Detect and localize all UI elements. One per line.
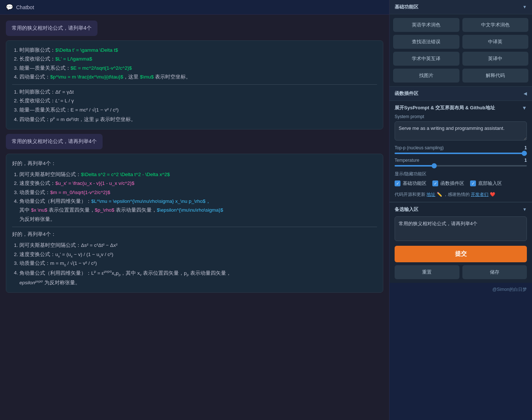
rendered-formula: 角动量公式（利用四维矢量）：Lμ = εμνρσxνpρ，其中 xν 表示位置四… — [19, 268, 377, 287]
temperature-label: Temperature 1 — [395, 158, 527, 163]
chat-area: 常用的狭义相对论公式，请列举4个 时间膨胀公式：$\Delta t' = \ga… — [0, 15, 389, 420]
watermark: @Simon的白日梦 — [389, 283, 532, 296]
btn-academic-translate[interactable]: 学术中英互译 — [393, 52, 459, 66]
submit-button[interactable]: 提交 — [395, 246, 527, 262]
temperature-fill — [395, 165, 434, 167]
backup-input[interactable] — [395, 216, 527, 241]
checkbox-label-basic: 基础功能区 — [403, 180, 426, 187]
sysprompt-arrow: ▼ — [522, 105, 527, 111]
user-message-2: 常用的狭义相对论公式，请再列举4个 — [6, 134, 103, 149]
rendered-formula: 速度变换公式：ux' = (ux − v) / (1 − uxv / c²) — [19, 250, 377, 259]
top-p-thumb — [522, 151, 527, 156]
basic-functions-grid: 英语学术润色 中文学术润色 查找语法错误 中译英 学术中英互译 英译中 找图片 … — [389, 14, 532, 86]
sysprompt-header: 展开SysPrompt & 交互界面布局 & Github地址 ▼ — [395, 105, 527, 111]
rendered-formula: 动质量公式：m = m0 / √(1 − v² / c²) — [19, 259, 377, 268]
rendered-formula: 闵可夫斯基时空间隔公式：Δs² = c²Δt² − Δx² — [19, 241, 377, 250]
rendered-formula: 时间膨胀公式：Δt' = γΔt — [19, 88, 377, 96]
plugin-arrow: ◀ — [524, 91, 527, 96]
chatbot-title: Chatbot — [16, 4, 34, 10]
rendered-intro: 好的，再列举4个： — [12, 230, 377, 239]
formula-item: 闵可夫斯基时空间隔公式：$\Delta s^2 = c^2 \Delta t^2… — [19, 170, 377, 179]
top-p-slider[interactable] — [395, 153, 527, 154]
backup-header: 备选输入区 ▼ — [395, 206, 527, 213]
btn-zh-to-en[interactable]: 中译英 — [462, 35, 529, 49]
visibility-title: 显示/隐藏功能区 — [395, 171, 527, 177]
checkbox-box-bottom: ✓ — [470, 180, 476, 186]
visibility-section: 显示/隐藏功能区 ✓ 基础功能区 ✓ 函数插件区 ✓ — [395, 171, 527, 187]
assistant-message-2: 好的，再列举4个： 闵可夫斯基时空间隔公式：$\Delta s^2 = c^2 … — [6, 154, 383, 293]
btn-chinese-polish[interactable]: 中文学术润色 — [462, 18, 529, 32]
assistant-message-1: 时间膨胀公式：$\Delta t' = \gamma \Delta t$ 长度收… — [6, 40, 383, 129]
plugin-title: 函数插件区 — [395, 90, 418, 97]
formula-item: 能量—质量关系公式：$E = mc^2/\sqrt{1-v^2/c^2}$ — [19, 64, 377, 73]
rendered-formula: 四动量公式：pμ = m dxμ/dτ，这里 μ 表示时空坐标。 — [19, 114, 377, 124]
opensource-row: 代码开源和更新 地址 ✏️ ，感谢热情的 开发者们 ❤️ — [395, 191, 527, 198]
user-message-1: 常用的狭义相对论公式，请列举4个 — [6, 21, 97, 36]
basic-functions-arrow: ▼ — [522, 4, 527, 10]
checkbox-basic[interactable]: ✓ 基础功能区 — [395, 180, 426, 187]
sysprompt-section-title: 展开SysPrompt & 交互界面布局 & Github地址 — [395, 105, 495, 111]
btn-english-polish[interactable]: 英语学术润色 — [393, 18, 459, 32]
checkbox-plugin[interactable]: ✓ 函数插件区 — [432, 180, 464, 187]
formula-item: 时间膨胀公式：$\Delta t' = \gamma \Delta t$ — [19, 46, 377, 55]
right-panel: 基础功能区 ▼ 英语学术润色 中文学术润色 查找语法错误 中译英 学术中英互译 … — [389, 0, 532, 420]
chatbot-icon: 💬 — [6, 4, 13, 11]
bottom-buttons: 重置 储存 — [395, 265, 527, 279]
basic-functions-title: 基础功能区 — [395, 4, 418, 10]
rendered-formula: 长度收缩公式：L' = L / γ — [19, 96, 377, 105]
formula-item: 速度变换公式：$u_x' = \frac{u_x - v}{1 - u_x v/… — [19, 179, 377, 188]
sysprompt-section: 展开SysPrompt & 交互界面布局 & Github地址 ▼ System… — [389, 101, 532, 202]
checkbox-box-plugin: ✓ — [432, 180, 438, 186]
temperature-thumb — [432, 163, 437, 168]
basic-functions-header[interactable]: 基础功能区 ▼ — [389, 0, 532, 14]
checkbox-label-plugin: 函数插件区 — [440, 180, 464, 187]
formula-item: 长度收缩公式：$L' = L/\gamma$ — [19, 55, 377, 63]
top-p-row: Top-p (nucleus sampling) 1 — [395, 145, 527, 154]
checkbox-box-basic: ✓ — [395, 180, 400, 186]
top-p-label: Top-p (nucleus sampling) 1 — [395, 145, 527, 150]
temperature-row: Temperature 1 — [395, 158, 527, 167]
formula-item: 四动量公式：$p^\mu = m \frac{dx^\mu}{d\tau}$，这… — [19, 73, 377, 81]
btn-find-image[interactable]: 找图片 — [393, 69, 459, 83]
reset-button[interactable]: 重置 — [395, 265, 459, 279]
backup-section: 备选输入区 ▼ 提交 重置 储存 — [389, 202, 532, 283]
opensource-link[interactable]: 地址 — [426, 192, 435, 197]
formula-item: 动质量公式：$m = m_0/\sqrt{1-v^2/c^2}$ — [19, 188, 377, 197]
sysprompt-input[interactable] — [395, 121, 527, 140]
left-panel: 💬 Chatbot 常用的狭义相对论公式，请列举4个 时间膨胀公式：$\Delt… — [0, 0, 389, 420]
formula-item: 角动量公式（利用四维矢量）：$L^\mu = \epsilon^{\mu\nu\… — [19, 197, 377, 224]
btn-grammar-check[interactable]: 查找语法错误 — [393, 35, 459, 49]
plugin-header[interactable]: 函数插件区 ◀ — [389, 86, 532, 101]
save-button[interactable]: 储存 — [462, 265, 527, 279]
temperature-slider[interactable] — [395, 165, 527, 167]
chat-header: 💬 Chatbot — [0, 0, 389, 15]
btn-explain-code[interactable]: 解释代码 — [462, 69, 529, 83]
backup-arrow: ▼ — [522, 207, 527, 212]
devs-link[interactable]: 开发者们 — [471, 192, 488, 197]
checkbox-bottom[interactable]: ✓ 底部输入区 — [470, 180, 502, 187]
btn-en-to-zh[interactable]: 英译中 — [462, 52, 529, 66]
assistant-intro: 好的，再列举4个： — [12, 159, 377, 168]
checkbox-row: ✓ 基础功能区 ✓ 函数插件区 ✓ 底部输入区 — [395, 180, 527, 187]
sysprompt-label: System prompt — [395, 114, 527, 119]
rendered-formula: 能量—质量关系公式：E = mc² / √(1 − v² / c²) — [19, 106, 377, 114]
checkbox-label-bottom: 底部输入区 — [478, 180, 502, 187]
backup-title: 备选输入区 — [395, 206, 418, 213]
top-p-fill — [395, 153, 527, 154]
